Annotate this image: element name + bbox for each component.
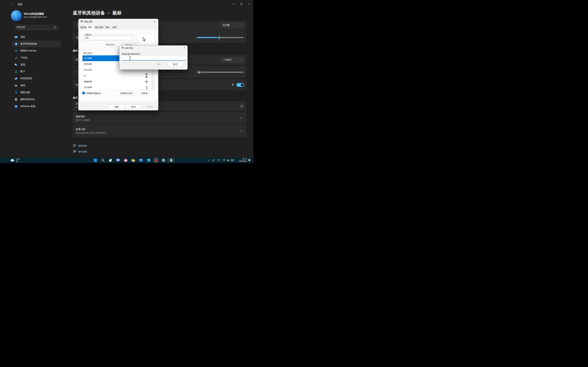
restore-icon	[240, 3, 242, 5]
avatar[interactable]	[11, 10, 22, 21]
weather-temp: 15°C	[16, 158, 20, 160]
browse-label: 浏览(B)...	[141, 92, 150, 95]
search-input[interactable]: 查找设置	[15, 25, 58, 30]
wheel-scroll-dropdown[interactable]: 一次多行 ⌄	[221, 57, 244, 62]
cancel-button[interactable]: 取消	[126, 105, 141, 109]
sidebar-item-windows-update[interactable]: Windows 更新	[12, 103, 61, 110]
sidebar-item-personalization[interactable]: 个性化	[12, 54, 61, 61]
pointer-shadow-checkbox[interactable]: ✓	[82, 92, 85, 94]
scheme-combobox[interactable]: (无) ⌄	[84, 36, 134, 40]
tray-wifi-icon[interactable]	[223, 159, 226, 162]
pointer-speed-slider-thumb[interactable]	[217, 36, 221, 39]
hourglass-cursor-icon	[145, 74, 148, 77]
tab-hardware[interactable]: 硬件	[111, 25, 118, 29]
save-dialog-prompt: 将该光标方案另存为:	[122, 53, 140, 56]
save-ok-button[interactable]: 确定	[152, 62, 166, 67]
minimize-button[interactable]	[230, 1, 237, 7]
edge-browser-button[interactable]	[146, 158, 150, 162]
bilibili-app-button[interactable]	[124, 158, 128, 162]
chevron-right-icon: ›	[241, 117, 242, 119]
sidebar-item-system[interactable]: 系统	[12, 34, 61, 41]
tray-ime-indicator[interactable]: 中	[217, 159, 220, 162]
close-button[interactable]: ×	[245, 1, 253, 7]
sidebar-item-gaming[interactable]: 游戏	[12, 82, 61, 89]
tab-pointer-options[interactable]: 指针选项	[94, 25, 104, 29]
save-scheme-dialog: 保存方案 × 将该光标方案另存为: 确定 取消	[119, 45, 188, 70]
tray-clock[interactable]: 11:19 2022/4/14	[236, 158, 247, 162]
cursor-item-label: 帮助选择	[84, 63, 92, 66]
back-arrow-icon[interactable]: ←	[11, 2, 14, 6]
sidebar-item-privacy[interactable]: 隐私和安全性	[12, 96, 61, 103]
scheme-name-input[interactable]	[122, 56, 186, 60]
taskbar-search-button[interactable]	[101, 158, 105, 162]
sidebar-item-accounts[interactable]: 帐户	[12, 68, 61, 75]
edge-icon	[147, 158, 150, 162]
screen-recorder-button[interactable]	[154, 158, 158, 162]
primary-button-dropdown[interactable]: 向左键 ⌄	[221, 22, 244, 28]
tray-pen-icon[interactable]	[212, 158, 215, 162]
start-button[interactable]	[93, 158, 97, 162]
network-icon	[15, 49, 18, 52]
account-email: user_wang@outlook.com	[24, 16, 47, 18]
save-ok-label: 确定	[157, 63, 161, 66]
restore-button[interactable]	[238, 1, 245, 7]
ok-button[interactable]: 确定	[109, 105, 125, 109]
sidebar-item-label: 应用	[20, 63, 25, 66]
settings-app-button[interactable]	[162, 158, 165, 162]
tray-notification-bell-icon[interactable]: z	[248, 158, 251, 162]
mouse-properties-taskbar-button[interactable]	[169, 158, 173, 162]
windows-update-icon	[15, 105, 18, 108]
multi-display-row[interactable]	[73, 125, 246, 137]
scroll-lines-slider[interactable]	[197, 72, 243, 73]
additional-row-title-fragment: 其	[76, 102, 78, 105]
accounts-icon	[15, 70, 18, 73]
hover-scroll-toggle[interactable]	[236, 83, 244, 87]
sidebar-item-accessibility[interactable]: 辅助功能	[12, 89, 61, 96]
cursor-item-label: 后台运行	[84, 68, 92, 71]
external-link-icon	[240, 105, 243, 108]
tray-volume-icon[interactable]	[227, 159, 230, 162]
cursor-list-item[interactable]: 文本选择	[83, 85, 154, 90]
cursor-list-item[interactable]: 精确选择	[83, 79, 154, 84]
chat-app-button[interactable]	[116, 158, 120, 162]
file-explorer-button[interactable]	[131, 158, 135, 162]
weather-widget[interactable]: 15°C 阴	[10, 158, 29, 163]
get-help-link[interactable]: 获取帮助	[78, 144, 87, 148]
mail-app-button[interactable]	[139, 158, 143, 162]
windows-start-icon	[94, 158, 97, 162]
sidebar-item-network[interactable]: 网络和 Internet	[12, 47, 61, 54]
gear-icon	[162, 158, 165, 162]
save-as-button[interactable]: 另存为(V)...	[101, 42, 121, 47]
sidebar-item-apps[interactable]: 应用	[12, 61, 61, 68]
save-cancel-button[interactable]: 取消	[168, 62, 182, 67]
weather-cloud-icon	[10, 158, 15, 162]
tab-pointers[interactable]: 指针	[87, 25, 94, 30]
scroll-lines-slider-thumb[interactable]	[198, 70, 201, 74]
cursor-list-item[interactable]: 忙	[83, 73, 154, 79]
save-cancel-label: 取消	[173, 63, 177, 66]
apps-icon	[15, 63, 18, 67]
additional-row-subtitle-fragment: 指	[76, 106, 78, 109]
browse-button[interactable]: 浏览(B)...	[137, 91, 154, 96]
mouse-pointer-row[interactable]	[73, 112, 246, 124]
breadcrumb-root[interactable]: 蓝牙和其他设备	[73, 10, 105, 16]
app-title: 设置	[17, 3, 22, 6]
use-default-label: 使用默认值(F)	[120, 92, 133, 95]
send-feedback-link[interactable]: 提供反馈	[78, 150, 87, 153]
cursor-item-label: 文本选择	[84, 86, 92, 89]
tray-battery-icon[interactable]	[231, 159, 234, 162]
tab-mouse-buttons[interactable]: 鼠标键	[79, 25, 87, 29]
save-dialog-close-button[interactable]: ×	[182, 46, 186, 50]
use-default-button[interactable]: 使用默认值(F)	[118, 91, 135, 96]
sidebar-item-bluetooth-devices[interactable]: 蓝牙和其他设备	[12, 41, 61, 47]
tab-wheel[interactable]: 滚轮	[104, 25, 111, 29]
pointer-shadow-label: 启用指针阴影(E)	[86, 92, 101, 95]
sidebar-item-time-language[interactable]: 时间和语言	[12, 75, 61, 82]
task-view-button[interactable]	[109, 158, 113, 162]
apply-button[interactable]: 应用(A)	[142, 105, 157, 109]
save-scheme-icon	[121, 47, 124, 49]
multi-display-row-title: 多显示器	[76, 128, 85, 131]
dialog-close-button[interactable]: ×	[152, 19, 156, 23]
svg-text:z: z	[250, 159, 251, 160]
tray-chevron-up-icon[interactable]	[208, 159, 210, 161]
